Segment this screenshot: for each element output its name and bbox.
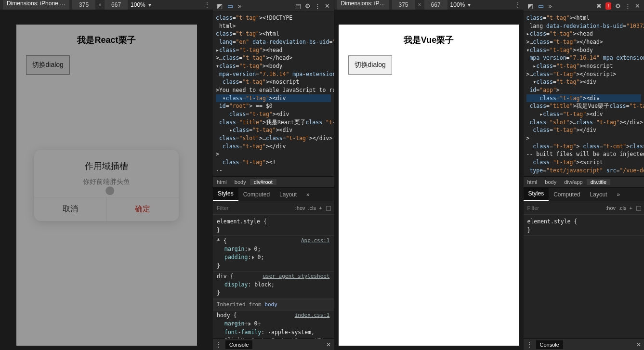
inspect-icon[interactable]: ◩: [527, 2, 533, 10]
dom-line[interactable]: ▾class="t-tag"><div: [526, 78, 642, 86]
dom-line[interactable]: class="t-tag"><html: [526, 14, 642, 22]
styles-tabs[interactable]: StylesComputedLayout»: [213, 188, 334, 201]
breadcrumb-item[interactable]: html: [213, 179, 231, 185]
elements-tree[interactable]: class="t-tag"><html lang data-redeviatio…: [524, 12, 644, 176]
css-rule[interactable]: index.css:1body {margin:0;font-family: -…: [213, 311, 334, 338]
dom-line[interactable]: class="t-tag"><!: [216, 158, 331, 167]
dialog-title: 作用域插槽: [34, 150, 179, 178]
width-input[interactable]: [72, 0, 95, 10]
breadcrumb-item[interactable]: div#root: [250, 179, 276, 185]
dialog-ok-button[interactable]: 确定: [107, 197, 179, 221]
rule-source[interactable]: user agent stylesheet: [263, 272, 329, 281]
toggle-dialog-button[interactable]: 切换dialog: [348, 55, 392, 75]
height-input[interactable]: [105, 0, 128, 10]
device-selector[interactable]: Dimensions: iPhone …: [3, 0, 69, 10]
css-rule[interactable]: element.style {}: [524, 217, 644, 236]
tab-layout[interactable]: Layout: [585, 188, 612, 201]
kebab-icon[interactable]: ⋮: [216, 341, 222, 348]
breadcrumb[interactable]: htmlbodydiv#root: [213, 176, 334, 188]
tab-computed[interactable]: Computed: [238, 188, 275, 201]
styles-tabs[interactable]: StylesComputedLayout»: [524, 188, 644, 201]
gear-icon[interactable]: ⚙: [305, 2, 311, 10]
box-model-icon[interactable]: [635, 205, 641, 211]
dom-line[interactable]: class="t-tag"></div: [216, 143, 331, 151]
dom-line[interactable]: ▸class="t-tag"><head: [216, 46, 331, 54]
breadcrumb-item[interactable]: html: [524, 179, 541, 185]
dom-line[interactable]: ▸class="t-tag"><div: [526, 110, 642, 118]
error-badge-icon[interactable]: ✖: [596, 2, 602, 10]
device-selector[interactable]: Dimensions: iP…: [337, 0, 389, 10]
dom-line[interactable]: class="t-tag"><div: [216, 110, 331, 118]
dom-line[interactable]: ▸class="t-tag"><head: [526, 30, 642, 38]
styles-filter-input[interactable]: [526, 205, 603, 211]
console-tab[interactable]: Console: [225, 340, 252, 349]
dom-line[interactable]: class="t-tag"></div: [526, 126, 642, 134]
zoom-select[interactable]: 100%: [131, 1, 145, 8]
tab-styles[interactable]: Styles: [213, 187, 238, 201]
kebab-icon[interactable]: ⋮: [204, 1, 210, 8]
chevron-down-icon[interactable]: ▾: [468, 1, 471, 8]
dom-line[interactable]: class="t-tag"><div: [526, 94, 642, 103]
width-input[interactable]: [392, 0, 415, 10]
breadcrumb-item[interactable]: div.title: [587, 179, 610, 185]
styles-panel[interactable]: element.style {}…</span><div class="sel2…: [524, 215, 644, 338]
chevron-down-icon[interactable]: ▾: [148, 1, 151, 8]
new-rule-button[interactable]: +: [630, 205, 632, 211]
tab-styles[interactable]: Styles: [524, 187, 549, 201]
tab-computed[interactable]: Computed: [549, 188, 585, 201]
dom-line[interactable]: ▾class="t-tag"><body: [526, 46, 642, 54]
close-icon[interactable]: ✕: [326, 341, 331, 348]
device-mode-icon[interactable]: ▭: [227, 2, 233, 10]
console-tab[interactable]: Console: [536, 340, 563, 349]
error-count-badge[interactable]: !: [605, 2, 611, 10]
styles-panel[interactable]: element.style {}App.css:1* {margin:0;pad…: [213, 215, 334, 338]
dom-line[interactable]: ▸class="t-tag"><noscript: [526, 62, 642, 70]
comment-icon[interactable]: ▤: [295, 2, 301, 10]
tab-layout[interactable]: Layout: [275, 188, 302, 201]
inherited-link[interactable]: body: [264, 301, 277, 308]
more-tabs-icon[interactable]: »: [302, 188, 315, 201]
breadcrumb[interactable]: htmlbodydiv#appdiv.title: [524, 176, 644, 188]
styles-filter-input[interactable]: [216, 205, 292, 211]
close-icon[interactable]: ✕: [636, 341, 641, 348]
hover-toggle[interactable]: :hov: [605, 205, 616, 211]
dom-line[interactable]: class="t-tag"><script: [526, 158, 642, 167]
kebab-icon[interactable]: ⋮: [315, 2, 321, 10]
rule-source[interactable]: index.css:1: [295, 311, 330, 320]
kebab-icon[interactable]: ⋮: [526, 341, 532, 348]
inspect-icon[interactable]: ◩: [217, 2, 223, 10]
new-rule-button[interactable]: +: [319, 205, 322, 211]
css-rule[interactable]: …</span><div class="sel2">.title {</div>…: [524, 236, 644, 238]
cls-toggle[interactable]: .cls: [308, 205, 316, 211]
cls-toggle[interactable]: .cls: [618, 205, 627, 211]
dom-line[interactable]: ▾class="t-tag"><div: [216, 94, 331, 103]
device-mode-icon[interactable]: ▭: [538, 2, 544, 10]
height-input[interactable]: [424, 0, 447, 10]
css-rule[interactable]: user agent stylesheetdiv {display: block…: [213, 272, 334, 299]
rule-source[interactable]: App.css:1: [301, 237, 330, 245]
dom-line[interactable]: ▸class="t-tag"><div: [216, 126, 331, 134]
css-rule[interactable]: App.css:1* {margin:0;padding:0;}: [213, 236, 334, 272]
breadcrumb-item[interactable]: div#app: [560, 179, 587, 185]
close-icon[interactable]: ✕: [635, 2, 640, 10]
dom-line[interactable]: class="t-tag"><noscript: [216, 78, 331, 86]
elements-tree[interactable]: class="t-tag"><!DOCTYPE html>class="t-ta…: [213, 12, 334, 176]
zoom-select[interactable]: 100%: [450, 1, 465, 8]
more-panels-icon[interactable]: »: [238, 2, 241, 10]
more-panels-icon[interactable]: »: [549, 2, 552, 10]
kebab-icon[interactable]: ⋮: [515, 1, 521, 8]
dom-line[interactable]: class="t-tag"> class="t-cmt">class="t-ta…: [526, 143, 642, 151]
hover-toggle[interactable]: :hov: [295, 205, 305, 211]
css-rule[interactable]: element.style {}: [213, 217, 334, 236]
dom-line[interactable]: class="t-tag"><!DOCTYPE: [216, 14, 331, 22]
dom-line[interactable]: class="t-tag"><html: [216, 30, 331, 38]
close-icon[interactable]: ✕: [325, 2, 330, 10]
dialog-cancel-button[interactable]: 取消: [34, 197, 107, 221]
dom-line[interactable]: ▾class="t-tag"><body: [216, 62, 331, 70]
more-tabs-icon[interactable]: »: [612, 188, 625, 201]
gear-icon[interactable]: ⚙: [615, 2, 621, 10]
breadcrumb-item[interactable]: body: [231, 179, 250, 185]
kebab-icon[interactable]: ⋮: [625, 2, 631, 10]
breadcrumb-item[interactable]: body: [541, 179, 560, 185]
box-model-icon[interactable]: [325, 205, 331, 211]
